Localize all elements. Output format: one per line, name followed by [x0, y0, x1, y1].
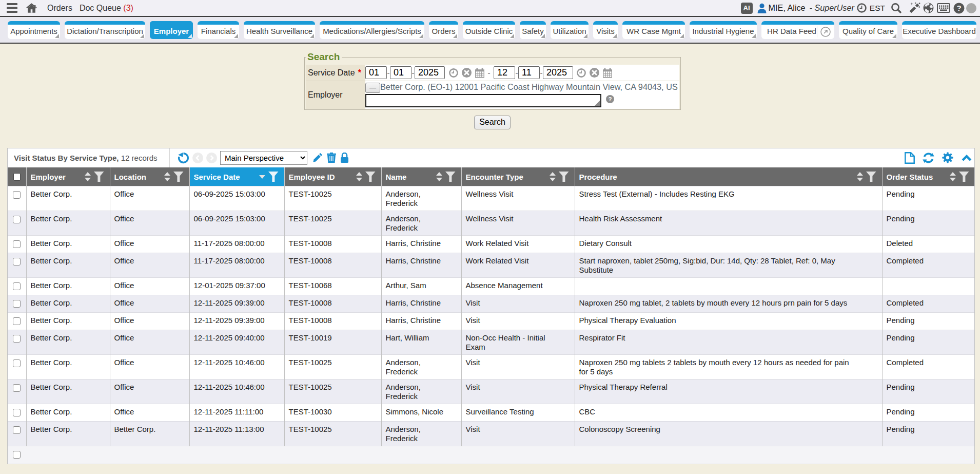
- svg-text:?: ?: [608, 96, 612, 102]
- svg-text:?: ?: [956, 4, 961, 12]
